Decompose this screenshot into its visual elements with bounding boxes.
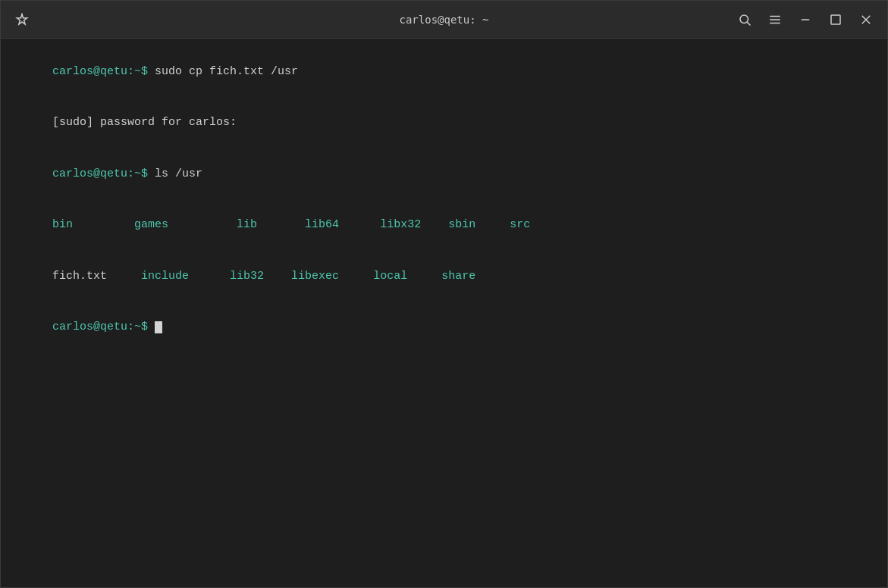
dir-include: include — [107, 270, 189, 283]
dir-lib64: lib64 — [257, 218, 339, 231]
dir-games: games — [73, 218, 168, 231]
command-1: sudo cp fich.txt /usr — [148, 65, 298, 78]
sudo-password-text: [sudo] password for carlos: — [52, 116, 237, 129]
file-fich: fich.txt — [52, 270, 107, 283]
prompt-3: carlos@qetu:~$ — [52, 321, 148, 333]
search-button[interactable] — [731, 6, 758, 33]
dir-libx32: libx32 — [339, 218, 421, 231]
titlebar: carlos@qetu: ~ — [1, 1, 887, 39]
prompt-1: carlos@qetu:~$ — [52, 65, 148, 78]
dir-lib: lib — [168, 218, 257, 231]
terminal-window: carlos@qetu: ~ — [0, 0, 888, 588]
terminal-line-4: bin games lib lib64 libx32 sbin src — [11, 200, 877, 252]
dir-src: src — [475, 218, 530, 231]
svg-point-0 — [740, 15, 748, 23]
svg-rect-6 — [831, 15, 840, 24]
cursor — [155, 321, 162, 333]
dir-lib32: lib32 — [189, 270, 264, 283]
prompt-2: carlos@qetu:~$ — [52, 167, 148, 180]
dir-share: share — [407, 270, 475, 283]
terminal-line-2: [sudo] password for carlos: — [11, 98, 877, 149]
dir-bin: bin — [52, 218, 73, 231]
titlebar-controls — [731, 6, 880, 33]
dir-libexec: libexec — [264, 270, 339, 283]
minimize-button[interactable] — [792, 6, 819, 33]
titlebar-left — [8, 6, 54, 33]
dir-local: local — [339, 270, 407, 283]
terminal-line-6: carlos@qetu:~$ — [11, 302, 877, 354]
command-2: ls /usr — [148, 167, 202, 180]
maximize-button[interactable] — [822, 6, 849, 33]
pin-button[interactable] — [8, 6, 36, 33]
close-button[interactable] — [852, 6, 880, 33]
dir-sbin: sbin — [421, 218, 475, 231]
svg-line-1 — [747, 22, 750, 25]
terminal-output[interactable]: carlos@qetu:~$ sudo cp fich.txt /usr [su… — [1, 39, 887, 587]
current-input — [148, 321, 155, 333]
terminal-line-5: fich.txt include lib32 libexec local sha… — [11, 251, 877, 302]
window-title: carlos@qetu: ~ — [399, 14, 488, 26]
menu-button[interactable] — [761, 6, 789, 33]
terminal-line-3: carlos@qetu:~$ ls /usr — [11, 149, 877, 200]
terminal-line-1: carlos@qetu:~$ sudo cp fich.txt /usr — [11, 46, 877, 98]
